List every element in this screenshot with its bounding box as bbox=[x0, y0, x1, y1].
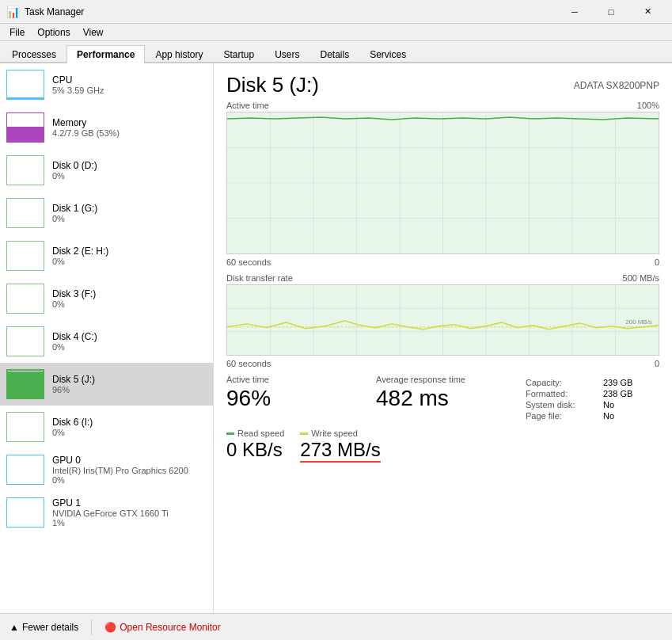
open-resource-monitor-button[interactable]: 🔴 Open Resource Monitor bbox=[101, 620, 223, 634]
tab-details[interactable]: Details bbox=[309, 45, 359, 63]
chart1-label: Active time bbox=[226, 101, 269, 110]
detail-model: ADATA SX8200PNP bbox=[574, 80, 659, 91]
disk2-thumbnail bbox=[6, 241, 44, 271]
menu-view[interactable]: View bbox=[77, 25, 110, 40]
capacity-key: Capacity: bbox=[526, 378, 597, 387]
memory-label: Memory bbox=[52, 117, 120, 128]
chart1-container bbox=[226, 112, 659, 254]
tab-performance[interactable]: Performance bbox=[66, 45, 145, 63]
chart1-bottom-right: 0 bbox=[655, 257, 659, 267]
tab-app-history[interactable]: App history bbox=[145, 45, 213, 63]
cpu-detail: 5% 3.59 GHz bbox=[52, 86, 104, 95]
chart1-top-labels: Active time 100% bbox=[226, 101, 659, 110]
page-file-row: Page file: No bbox=[526, 411, 659, 421]
read-speed-item: Read speed 0 KB/s bbox=[226, 429, 284, 461]
chart1-max: 100% bbox=[637, 101, 659, 110]
sidebar-item-disk3[interactable]: Disk 3 (F:) 0% bbox=[0, 277, 213, 320]
disk1-detail: 0% bbox=[52, 214, 97, 223]
sidebar-item-disk6[interactable]: Disk 6 (I:) 0% bbox=[0, 406, 213, 448]
window-controls: ─ □ ✕ bbox=[556, 0, 666, 24]
chart2-max: 500 MB/s bbox=[623, 273, 659, 283]
disk3-thumbnail bbox=[6, 284, 44, 314]
disk2-detail: 0% bbox=[52, 257, 108, 266]
menu-file[interactable]: File bbox=[3, 25, 31, 40]
chart2-bottom-labels: 60 seconds 0 bbox=[226, 359, 659, 368]
window-title: Task Manager bbox=[25, 6, 556, 17]
svg-text:200 MB/s: 200 MB/s bbox=[625, 318, 651, 326]
sidebar-item-gpu0[interactable]: GPU 0 Intel(R) Iris(TM) Pro Graphics 620… bbox=[0, 448, 213, 491]
maximize-button[interactable]: □ bbox=[593, 0, 629, 24]
sidebar-item-disk0[interactable]: Disk 0 (D:) 0% bbox=[0, 149, 213, 192]
gpu1-thumbnail bbox=[6, 497, 44, 528]
tab-bar: Processes Performance App history Startu… bbox=[0, 41, 672, 63]
gpu0-usage: 0% bbox=[52, 475, 188, 485]
disk3-detail: 0% bbox=[52, 299, 96, 309]
chart2-bottom-left: 60 seconds bbox=[226, 359, 271, 368]
read-speed-value: 0 KB/s bbox=[226, 439, 284, 461]
menu-options[interactable]: Options bbox=[31, 25, 76, 40]
system-disk-key: System disk: bbox=[526, 400, 597, 410]
disk5-detail: 96% bbox=[52, 385, 95, 394]
active-time-label: Active time bbox=[226, 375, 360, 384]
disk0-detail: 0% bbox=[52, 171, 97, 181]
disk6-detail: 0% bbox=[52, 428, 93, 437]
disk4-label: Disk 4 (C:) bbox=[52, 331, 97, 342]
chart1-bottom-left: 60 seconds bbox=[226, 257, 271, 267]
app-icon: 📊 bbox=[6, 6, 20, 18]
tab-services[interactable]: Services bbox=[359, 45, 416, 63]
gpu1-usage: 1% bbox=[52, 518, 169, 528]
sidebar-item-gpu1[interactable]: GPU 1 NVIDIA GeForce GTX 1660 Ti 1% bbox=[0, 491, 213, 534]
gpu0-label: GPU 0 bbox=[52, 455, 188, 466]
formatted-row: Formatted: 238 GB bbox=[526, 389, 659, 398]
read-speed-label: Read speed bbox=[226, 429, 284, 438]
capacity-val: 239 GB bbox=[603, 378, 632, 387]
gpu1-label: GPU 1 bbox=[52, 497, 169, 509]
stats-table: Capacity: 239 GB Formatted: 238 GB Syste… bbox=[526, 378, 659, 422]
minimize-button[interactable]: ─ bbox=[556, 0, 593, 24]
bottom-separator bbox=[91, 619, 92, 635]
disk6-thumbnail bbox=[6, 412, 44, 442]
disk0-label: Disk 0 (D:) bbox=[52, 160, 97, 171]
tab-processes[interactable]: Processes bbox=[2, 45, 66, 63]
gpu0-detail: Intel(R) Iris(TM) Pro Graphics 6200 bbox=[52, 466, 188, 475]
stats-row: Active time 96% Average response time 48… bbox=[226, 375, 659, 422]
sidebar-item-memory[interactable]: Memory 4.2/7.9 GB (53%) bbox=[0, 106, 213, 149]
page-file-key: Page file: bbox=[526, 411, 597, 421]
tab-users[interactable]: Users bbox=[264, 45, 309, 63]
formatted-val: 238 GB bbox=[603, 389, 632, 398]
sidebar-item-disk4[interactable]: Disk 4 (C:) 0% bbox=[0, 320, 213, 363]
chart2-top-labels: Disk transfer rate 500 MB/s bbox=[226, 273, 659, 283]
tab-startup[interactable]: Startup bbox=[213, 45, 264, 63]
cpu-label: CPU bbox=[52, 74, 104, 86]
fewer-details-button[interactable]: ▲ Fewer details bbox=[6, 620, 82, 634]
sidebar-item-disk5[interactable]: Disk 5 (J:) 96% bbox=[0, 363, 213, 406]
avg-response-label: Average response time bbox=[376, 375, 510, 384]
fewer-details-icon: ▲ bbox=[9, 622, 19, 633]
disk4-detail: 0% bbox=[52, 342, 97, 352]
gpu1-detail: NVIDIA GeForce GTX 1660 Ti bbox=[52, 509, 169, 518]
close-button[interactable]: ✕ bbox=[629, 0, 666, 24]
menu-bar: File Options View bbox=[0, 24, 672, 41]
sidebar-item-disk1[interactable]: Disk 1 (G:) 0% bbox=[0, 192, 213, 234]
disk3-label: Disk 3 (F:) bbox=[52, 288, 96, 299]
disk4-thumbnail bbox=[6, 326, 44, 356]
sidebar-item-cpu[interactable]: CPU 5% 3.59 GHz bbox=[0, 63, 213, 106]
chart2-bottom-right: 0 bbox=[655, 359, 659, 368]
disk0-thumbnail bbox=[6, 155, 44, 185]
cpu-thumbnail bbox=[6, 70, 44, 100]
read-speed-indicator bbox=[226, 432, 234, 435]
resource-monitor-icon: 🔴 bbox=[104, 622, 116, 633]
detail-title: Disk 5 (J:) bbox=[226, 73, 319, 97]
memory-thumbnail bbox=[6, 112, 44, 143]
disk2-label: Disk 2 (E: H:) bbox=[52, 246, 108, 257]
disk6-label: Disk 6 (I:) bbox=[52, 417, 93, 428]
system-disk-val: No bbox=[603, 400, 614, 410]
sidebar-item-disk2[interactable]: Disk 2 (E: H:) 0% bbox=[0, 234, 213, 277]
speed-row: Read speed 0 KB/s Write speed 273 MB/s bbox=[226, 429, 659, 463]
title-bar: 📊 Task Manager ─ □ ✕ bbox=[0, 0, 672, 24]
write-speed-indicator bbox=[300, 432, 308, 435]
chart1-svg bbox=[227, 112, 659, 253]
capacity-row: Capacity: 239 GB bbox=[526, 378, 659, 387]
fewer-details-label: Fewer details bbox=[22, 622, 78, 633]
detail-header: Disk 5 (J:) ADATA SX8200PNP bbox=[226, 73, 659, 97]
